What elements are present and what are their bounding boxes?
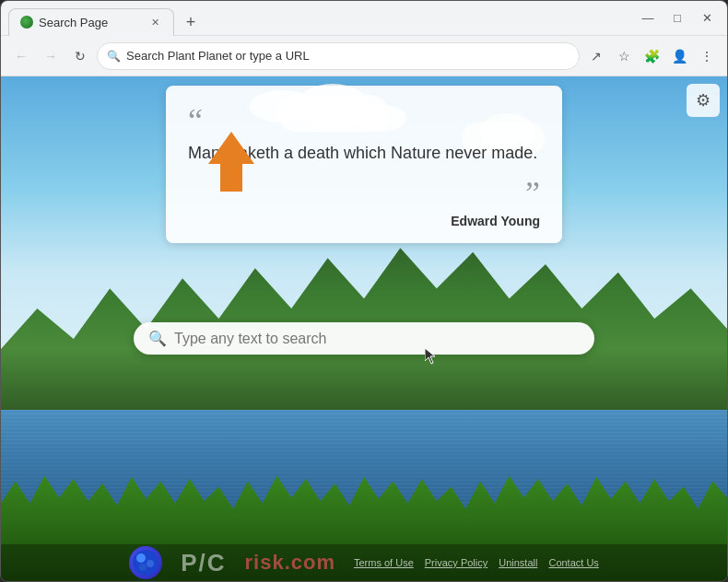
- uninstall-link[interactable]: Uninstall: [499, 557, 537, 568]
- maximize-button[interactable]: □: [664, 6, 690, 31]
- tabs-bar: Search Page ✕ +: [8, 1, 204, 36]
- browser-window: Search Page ✕ + — □ ✕ ← → ↻: [0, 0, 728, 582]
- gear-icon: ⚙: [696, 90, 710, 111]
- watermark-bar: P/C risk.com Terms of Use Privacy Policy…: [1, 544, 727, 581]
- minimize-button[interactable]: —: [635, 6, 661, 31]
- tab-favicon: [20, 16, 33, 29]
- reload-button[interactable]: ↻: [67, 43, 93, 69]
- address-bar-search-icon: 🔍: [107, 50, 121, 63]
- new-tab-button[interactable]: +: [178, 10, 204, 36]
- search-icon: 🔍: [148, 330, 167, 347]
- svg-point-2: [147, 560, 154, 567]
- title-bar-left: Search Page ✕ +: [8, 1, 204, 36]
- active-tab[interactable]: Search Page ✕: [8, 8, 174, 36]
- menu-icon[interactable]: ⋮: [694, 43, 720, 69]
- bookmark-icon[interactable]: ☆: [611, 43, 637, 69]
- contact-link[interactable]: Contact Us: [548, 557, 598, 568]
- search-input[interactable]: [174, 331, 580, 347]
- profile-icon[interactable]: 👤: [666, 43, 692, 69]
- title-bar: Search Page ✕ + — □ ✕: [1, 1, 727, 36]
- svg-marker-5: [208, 132, 254, 192]
- forward-button[interactable]: →: [38, 43, 64, 69]
- svg-point-0: [133, 550, 159, 576]
- window-controls: — □ ✕: [635, 6, 720, 31]
- close-button[interactable]: ✕: [694, 6, 720, 31]
- page-content: P/C risk.com Terms of Use Privacy Policy…: [1, 76, 727, 581]
- extensions-icon[interactable]: 🧩: [639, 43, 664, 69]
- toolbar-icons: ↗ ☆ 🧩 👤 ⋮: [583, 43, 720, 69]
- address-bar-url: Search Plant Planet or type a URL: [126, 49, 569, 63]
- tab-close-button[interactable]: ✕: [147, 15, 162, 29]
- svg-point-3: [139, 564, 147, 571]
- address-bar-row: ← → ↻ 🔍 Search Plant Planet or type a UR…: [1, 36, 727, 76]
- watermark-risk-text: risk.com: [244, 551, 335, 575]
- watermark-links: Terms of Use Privacy Policy Uninstall Co…: [354, 557, 599, 568]
- settings-gear-button[interactable]: ⚙: [687, 84, 720, 117]
- search-box-container: 🔍: [134, 322, 594, 355]
- share-icon[interactable]: ↗: [583, 43, 609, 69]
- back-button[interactable]: ←: [8, 43, 34, 69]
- search-box: 🔍: [134, 322, 594, 355]
- brand-logo: [129, 546, 162, 579]
- tab-title: Search Page: [39, 16, 142, 29]
- arrow-indicator: [194, 127, 268, 201]
- address-bar[interactable]: 🔍 Search Plant Planet or type a URL: [97, 42, 580, 70]
- privacy-link[interactable]: Privacy Policy: [425, 557, 487, 568]
- svg-point-1: [136, 553, 146, 563]
- watermark-brand-text: P/C: [181, 549, 226, 577]
- terms-link[interactable]: Terms of Use: [354, 557, 414, 568]
- quote-author: Edward Young: [188, 214, 540, 228]
